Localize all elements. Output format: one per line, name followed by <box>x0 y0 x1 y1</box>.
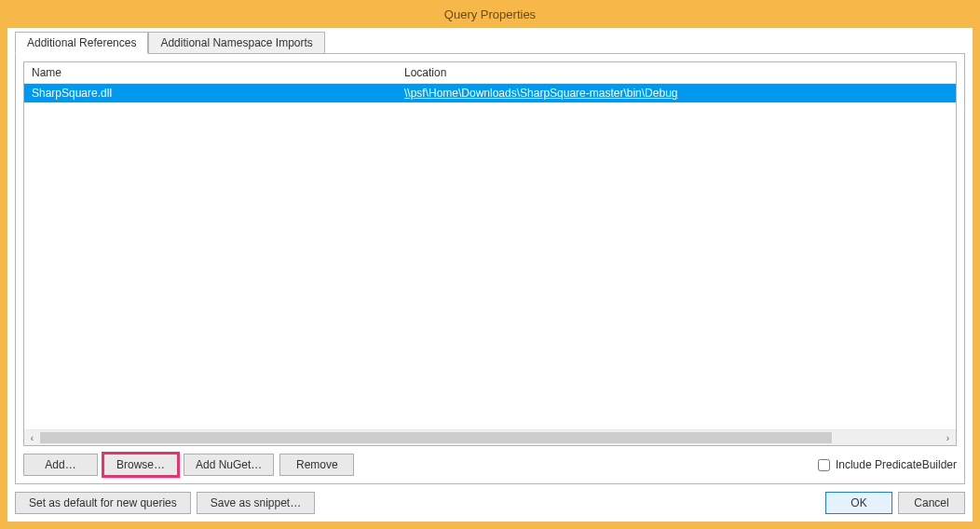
horizontal-scrollbar[interactable]: ‹ › <box>24 429 956 445</box>
tab-label: Additional Namespace Imports <box>160 36 312 49</box>
table-row[interactable]: SharpSquare.dll \\psf\Home\Downloads\Sha… <box>24 84 956 102</box>
column-header-location[interactable]: Location <box>397 62 956 83</box>
ok-button[interactable]: OK <box>825 492 892 514</box>
browse-button[interactable]: Browse… <box>103 454 178 476</box>
tab-strip: Additional References Additional Namespa… <box>7 32 973 54</box>
include-predicatebuilder-checkbox[interactable]: Include PredicateBuilder <box>818 458 957 471</box>
add-button[interactable]: Add… <box>23 454 98 476</box>
scroll-left-icon[interactable]: ‹ <box>24 430 40 446</box>
window-title: Query Properties <box>444 7 536 21</box>
reference-buttons: Add… Browse… Add NuGet… Remove Include P… <box>23 454 957 476</box>
cell-name: SharpSquare.dll <box>24 85 397 102</box>
include-predicatebuilder-input[interactable] <box>818 459 830 471</box>
references-grid: Name Location SharpSquare.dll \\psf\Home… <box>23 61 957 446</box>
tab-label: Additional References <box>27 36 136 49</box>
save-snippet-button[interactable]: Save as snippet… <box>197 492 315 514</box>
column-header-name[interactable]: Name <box>24 62 397 83</box>
remove-button[interactable]: Remove <box>279 454 354 476</box>
dialog-buttons: Set as default for new queries Save as s… <box>7 484 973 514</box>
add-nuget-button[interactable]: Add NuGet… <box>184 454 274 476</box>
tab-content: Name Location SharpSquare.dll \\psf\Home… <box>15 53 965 484</box>
include-predicatebuilder-label: Include PredicateBuilder <box>836 458 957 471</box>
cell-location: \\psf\Home\Downloads\SharpSquare-master\… <box>397 85 956 102</box>
grid-header: Name Location <box>24 62 956 84</box>
tab-additional-references[interactable]: Additional References <box>15 32 148 54</box>
tab-additional-namespace-imports[interactable]: Additional Namespace Imports <box>148 32 324 54</box>
titlebar: Query Properties <box>0 0 980 28</box>
scroll-thumb[interactable] <box>40 432 832 443</box>
window-body: Additional References Additional Namespa… <box>7 28 973 522</box>
set-default-button[interactable]: Set as default for new queries <box>15 492 191 514</box>
scroll-track[interactable] <box>40 430 940 445</box>
scroll-right-icon[interactable]: › <box>940 430 956 446</box>
cancel-button[interactable]: Cancel <box>898 492 965 514</box>
grid-body: SharpSquare.dll \\psf\Home\Downloads\Sha… <box>24 84 956 429</box>
